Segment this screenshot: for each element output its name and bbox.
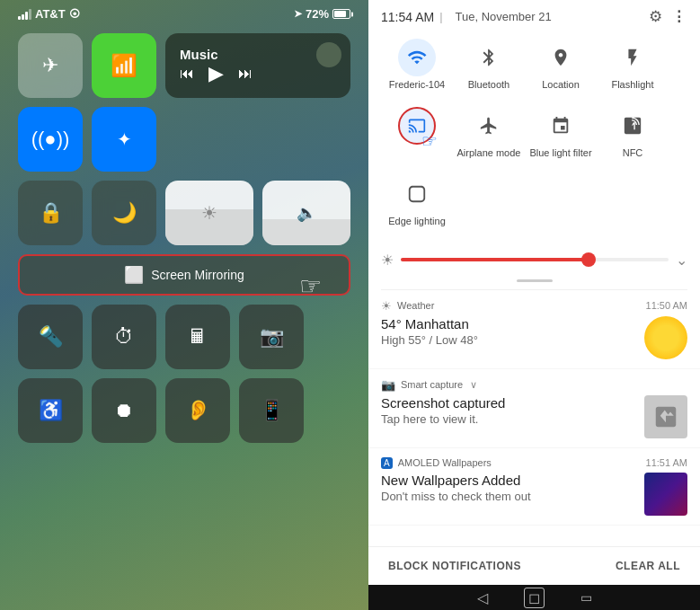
record-tile[interactable]: ⏺ — [92, 378, 156, 443]
smart-capture-dropdown[interactable]: ∨ — [470, 379, 477, 391]
weather-app-icon: ☀ — [381, 299, 392, 313]
ear-tile[interactable]: 👂 — [165, 378, 230, 443]
music-controls: ⏮ ▶ ⏭ — [180, 62, 253, 85]
battery-indicator — [332, 9, 350, 19]
ios-row-2: 🔒 🌙 ☀ 🔈 — [18, 181, 350, 245]
brightness-slider-tile[interactable]: ☀ — [165, 181, 253, 245]
moon-tile[interactable]: 🌙 — [92, 181, 156, 245]
screenshot-notification[interactable]: 📷 Smart capture ∨ Screenshot captured Ta… — [368, 369, 700, 448]
qs-nfc-tile[interactable]: NFC — [597, 102, 669, 164]
weather-app-name: Weather — [397, 300, 434, 311]
amoled-title: New Wallpapers Added — [381, 473, 687, 488]
airplane-tile[interactable]: ✈ — [18, 33, 83, 98]
screen-mirror-icon: ⬜ — [124, 265, 144, 285]
location-qs-icon — [551, 48, 571, 67]
flashlight-icon: 🔦 — [39, 325, 63, 349]
android-date: Tue, November 21 — [456, 10, 552, 23]
screenshot-notif-body: Screenshot captured Tap here to view it. — [381, 395, 687, 438]
qs-edge-label: Edge lighting — [388, 216, 446, 227]
collapse-handle-wrap — [368, 276, 700, 289]
android-home-bar: ◁ ◻ ▭ — [368, 585, 700, 610]
settings-icon[interactable]: ⚙ — [649, 7, 662, 26]
music-forward-icon[interactable]: ⏭ — [238, 66, 253, 82]
weather-notification[interactable]: ☀ Weather 11:50 AM 54° Manhattan High 55… — [368, 290, 700, 369]
more-options-icon[interactable]: ⋮ — [671, 7, 687, 26]
screenshot-subtitle: Tap here to view it. — [381, 412, 687, 426]
block-notifications-button[interactable]: BLOCK NOTIFICATIONS — [381, 556, 528, 576]
wifi-icon: ⦿ — [69, 8, 80, 21]
bluetooth-qs-icon — [479, 48, 499, 67]
clear-all-button[interactable]: CLEAR ALL — [608, 556, 687, 576]
qs-flashlight-label: Flashlight — [611, 79, 653, 91]
brightness-icon: ☀ — [201, 202, 217, 224]
screenshot-app-name: Smart capture — [401, 379, 463, 390]
focus-tile[interactable]: 🔒 — [18, 181, 83, 245]
bluetooth-tile[interactable]: ✦ — [92, 107, 156, 172]
airplane-qs-icon — [479, 116, 499, 136]
qs-row-2: ☞ Cast Airplane mode — [381, 102, 687, 164]
qs-nfc-label: NFC — [623, 147, 643, 159]
screen-mirror-row: ⬜ Screen Mirroring ☞ — [18, 254, 350, 296]
moon-icon: 🌙 — [112, 201, 137, 225]
android-status-bar: 11:54 AM | Tue, November 21 ⚙ ⋮ — [368, 0, 700, 30]
qs-bluelight-tile[interactable]: Blue light filter — [525, 102, 597, 164]
weather-subtitle: High 55° / Low 48° — [381, 333, 687, 347]
ios-accessibility-row: ♿ ⏺ 👂 📱 — [18, 378, 350, 443]
home-button[interactable]: ◻ — [524, 588, 545, 608]
collapse-handle[interactable] — [517, 279, 553, 282]
calculator-tile[interactable]: 🖩 — [165, 305, 230, 369]
remote-tile[interactable]: 📱 — [239, 378, 304, 443]
qs-location-tile[interactable]: Location — [525, 33, 597, 96]
bluelight-qs-icon — [551, 116, 571, 136]
qs-location-label: Location — [542, 79, 580, 91]
music-back-icon[interactable]: ⏮ — [180, 66, 194, 82]
qs-bluetooth-tile[interactable]: Bluetooth — [453, 33, 525, 96]
ios-controls-grid: ✈ 📶 ((●)) ✦ Music ⏮ ▶ — [0, 24, 368, 452]
music-play-icon[interactable]: ▶ — [208, 62, 224, 85]
qs-wifi-tile[interactable]: Frederic-104 — [381, 33, 453, 96]
wifi-tile-2[interactable]: ((●)) — [18, 107, 83, 172]
qs-bluelight-icon-wrap — [542, 107, 580, 145]
qs-cast-tile[interactable]: ☞ Cast — [381, 102, 453, 164]
amoled-thumbnail — [644, 473, 687, 516]
remote-icon: 📱 — [260, 399, 284, 422]
qs-cast-icon-wrap: ☞ — [398, 107, 436, 145]
qs-airplane-tile[interactable]: Airplane mode — [453, 102, 525, 164]
qs-edge-tile[interactable]: Edge lighting — [381, 170, 453, 233]
screenshot-title: Screenshot captured — [381, 395, 687, 411]
lock-rotation-icon: 🔒 — [39, 201, 63, 225]
flashlight-qs-icon — [623, 48, 642, 67]
brightness-fill — [401, 258, 589, 261]
signal-bars — [18, 9, 31, 20]
amoled-app-name: AMOLED Wallpapers — [398, 457, 492, 468]
wifi2-icon: ((●)) — [31, 128, 70, 151]
camera-tile[interactable]: 📷 — [239, 305, 304, 369]
weather-title: 54° Manhattan — [381, 316, 687, 332]
time-separator: | — [439, 10, 442, 23]
back-button[interactable]: ◁ — [477, 589, 488, 606]
ear-icon: 👂 — [186, 399, 210, 422]
volume-slider-tile[interactable]: 🔈 — [262, 181, 350, 245]
qs-row-3: Edge lighting — [381, 170, 687, 233]
edge-lighting-qs-icon — [407, 184, 427, 204]
brightness-slider[interactable] — [401, 258, 669, 261]
qs-airplane-label: Airplane mode — [457, 147, 521, 159]
qs-bluetooth-icon-wrap — [470, 39, 508, 76]
brightness-expand-icon[interactable]: ⌄ — [676, 252, 687, 269]
accessibility-tile[interactable]: ♿ — [18, 378, 83, 443]
music-tile[interactable]: Music ⏮ ▶ ⏭ — [165, 33, 350, 98]
amoled-app-icon: A — [381, 457, 393, 469]
qs-flashlight-tile[interactable]: Flashlight — [597, 33, 669, 96]
flashlight-tile[interactable]: 🔦 — [18, 305, 83, 369]
screen-mirror-tile[interactable]: ⬜ Screen Mirroring ☞ — [18, 254, 350, 296]
qs-airplane-icon-wrap — [470, 107, 508, 145]
recents-button[interactable]: ▭ — [580, 590, 592, 605]
timer-tile[interactable]: ⏱ — [92, 305, 156, 369]
android-notifications: ☀ Weather 11:50 AM 54° Manhattan High 55… — [368, 290, 700, 546]
qs-edge-icon-wrap — [398, 175, 436, 213]
qs-flashlight-icon-wrap — [614, 39, 651, 76]
qs-wifi-icon-wrap — [398, 39, 436, 76]
amoled-notification[interactable]: A AMOLED Wallpapers 11:51 AM New Wallpap… — [368, 448, 700, 526]
wifi-tile[interactable]: 📶 — [92, 33, 156, 98]
screenshot-preview-icon — [652, 403, 679, 430]
